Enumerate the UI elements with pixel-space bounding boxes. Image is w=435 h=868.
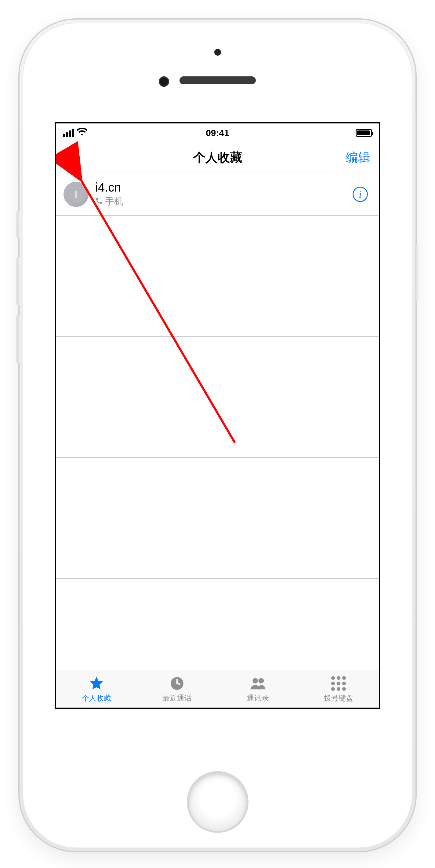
favorites-list[interactable]: I i4.cn 手机 i — [56, 173, 379, 619]
list-separator — [56, 538, 379, 579]
volume-down-button — [16, 315, 20, 364]
info-icon: i — [359, 189, 362, 199]
keypad-icon — [330, 675, 347, 692]
list-separator — [56, 498, 379, 538]
edit-button[interactable]: 编辑 — [346, 149, 370, 166]
svg-point-2 — [258, 678, 264, 683]
mute-switch — [16, 211, 20, 238]
info-button[interactable]: i — [353, 187, 368, 202]
contact-type-label: 手机 — [105, 195, 123, 208]
list-separator — [56, 377, 379, 417]
tab-keypad[interactable]: 拨号键盘 — [298, 670, 379, 708]
tab-contacts[interactable]: 通讯录 — [218, 670, 298, 708]
plus-icon — [65, 150, 78, 164]
status-bar: 09:41 — [56, 123, 379, 143]
svg-point-1 — [253, 678, 258, 683]
home-button[interactable] — [189, 773, 247, 831]
iphone-device-frame: 09:41 个人收藏 编辑 — [18, 18, 417, 852]
nav-title: 个人收藏 — [193, 149, 242, 166]
screen: 09:41 个人收藏 编辑 — [55, 122, 380, 709]
list-separator — [56, 579, 379, 619]
wifi-icon — [77, 128, 87, 138]
tab-recents[interactable]: 最近通话 — [137, 670, 218, 708]
tab-favorites[interactable]: 个人收藏 — [56, 670, 137, 708]
power-button — [415, 244, 419, 303]
battery-icon — [356, 129, 372, 137]
tab-contacts-label: 通讯录 — [247, 693, 269, 703]
favorite-row[interactable]: I i4.cn 手机 i — [56, 173, 379, 216]
phone-handset-icon — [95, 196, 103, 207]
tab-recents-label: 最近通话 — [162, 693, 192, 703]
contact-name: i4.cn — [95, 181, 353, 194]
clock-icon — [168, 675, 186, 692]
proximity-sensor — [159, 76, 169, 87]
list-separator — [56, 297, 379, 337]
list-separator — [56, 256, 379, 297]
add-button[interactable] — [65, 150, 78, 165]
list-separator — [56, 417, 379, 458]
nav-bar: 个人收藏 编辑 — [56, 143, 379, 173]
list-separator — [56, 337, 379, 377]
list-separator — [56, 458, 379, 498]
tab-favorites-label: 个人收藏 — [82, 693, 111, 703]
cellular-signal-icon — [63, 129, 74, 137]
list-separator — [56, 216, 379, 256]
contacts-icon — [249, 675, 267, 692]
tab-keypad-label: 拨号键盘 — [324, 693, 353, 703]
earpiece-speaker — [179, 76, 256, 84]
contact-avatar: I — [64, 182, 89, 207]
top-camera-dot — [214, 49, 221, 56]
tab-bar: 个人收藏 最近通话 通讯录 — [56, 670, 379, 708]
star-icon — [88, 675, 105, 692]
volume-up-button — [16, 257, 20, 306]
